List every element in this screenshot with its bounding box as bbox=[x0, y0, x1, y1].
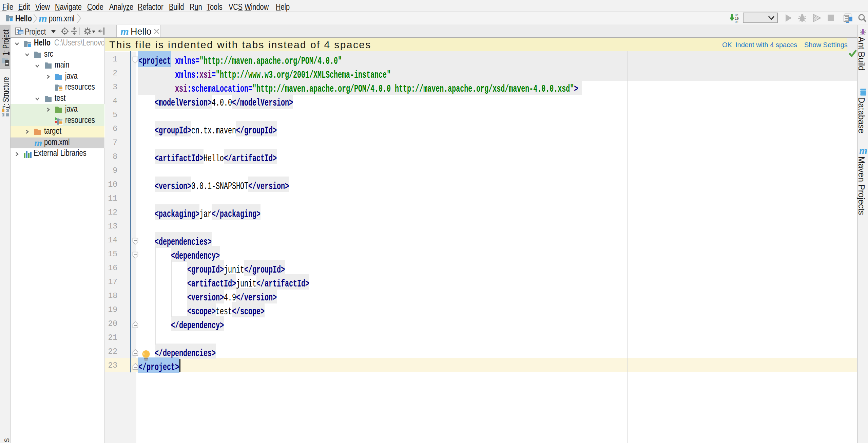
svg-text:01: 01 bbox=[735, 20, 739, 23]
